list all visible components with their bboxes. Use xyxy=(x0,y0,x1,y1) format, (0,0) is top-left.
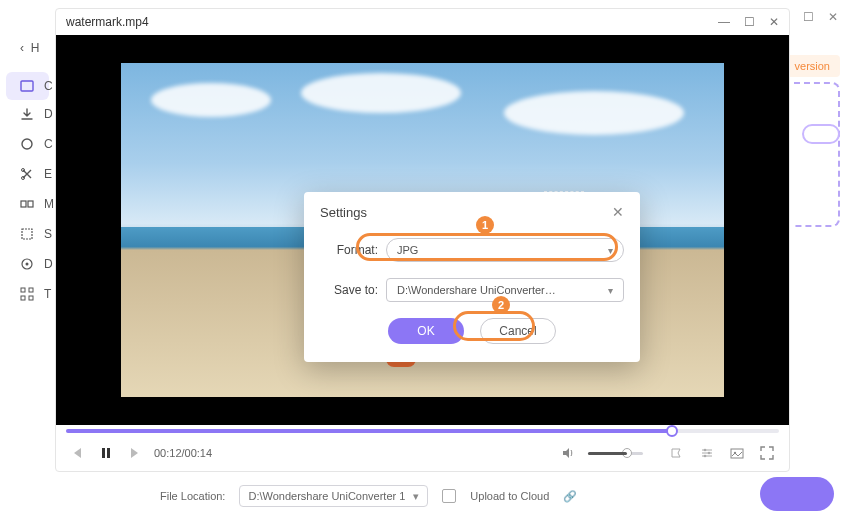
snapshot-icon[interactable] xyxy=(729,445,745,461)
player-close-icon[interactable]: ✕ xyxy=(769,15,779,29)
annotation-badge-2: 2 xyxy=(492,296,510,314)
svg-point-15 xyxy=(704,449,707,452)
sidebar-item-label: T xyxy=(44,287,51,301)
version-badge: version xyxy=(785,55,840,77)
sidebar-item-toolbox[interactable]: T xyxy=(0,280,55,308)
dialog-title: Settings xyxy=(320,205,367,220)
bottom-bar: File Location: D:\Wondershare UniConvert… xyxy=(160,483,830,509)
svg-rect-10 xyxy=(29,288,33,292)
ok-button[interactable]: OK xyxy=(388,318,464,344)
svg-rect-5 xyxy=(28,201,33,207)
svg-point-8 xyxy=(26,263,29,266)
chevron-left-icon: ‹ xyxy=(20,41,24,55)
volume-knob[interactable] xyxy=(622,448,632,458)
format-row: Format: JPG ▾ xyxy=(320,238,624,262)
open-folder-icon[interactable] xyxy=(442,489,456,503)
format-value: JPG xyxy=(397,244,418,256)
svg-point-1 xyxy=(22,139,32,149)
file-location-label: File Location: xyxy=(160,490,225,502)
svg-rect-11 xyxy=(21,296,25,300)
svg-rect-14 xyxy=(107,448,110,458)
start-button-fragment[interactable] xyxy=(760,477,834,511)
cancel-button[interactable]: Cancel xyxy=(480,318,556,344)
pause-button[interactable] xyxy=(98,445,114,461)
sidebar-item-label: D xyxy=(44,257,53,271)
settings-dialog: Settings ✕ Format: JPG ▾ Save to: D:\Won… xyxy=(304,192,640,362)
chevron-down-icon: ▾ xyxy=(608,285,613,296)
sidebar: ‹ H C D C E M S D T xyxy=(0,30,55,310)
settings-slider-icon[interactable] xyxy=(699,445,715,461)
sidebar-item-download[interactable]: D xyxy=(0,100,55,128)
screen-icon xyxy=(20,227,34,241)
sidebar-item-compress[interactable]: C xyxy=(0,130,55,158)
svg-rect-12 xyxy=(29,296,33,300)
sidebar-item-label: C xyxy=(44,79,53,93)
merge-icon xyxy=(20,197,34,211)
file-location-value: D:\Wondershare UniConverter 1 xyxy=(248,490,405,502)
back-button[interactable]: ‹ H xyxy=(0,36,55,60)
chevron-down-icon: ▾ xyxy=(413,490,419,503)
svg-rect-4 xyxy=(21,201,26,207)
annotation-badge-1: 1 xyxy=(476,216,494,234)
sidebar-item-label: M xyxy=(44,197,54,211)
progress-knob[interactable] xyxy=(666,425,678,437)
svg-rect-0 xyxy=(21,81,33,91)
save-to-row: Save to: D:\Wondershare UniConverter 14\… xyxy=(320,278,624,302)
svg-rect-9 xyxy=(21,288,25,292)
player-window: watermark.mp4 — ☐ ✕ Settings ✕ Format: J… xyxy=(55,8,790,472)
svg-point-16 xyxy=(708,452,711,455)
disc-icon xyxy=(20,257,34,271)
next-button[interactable] xyxy=(126,445,142,461)
volume-slider[interactable] xyxy=(588,452,643,455)
sidebar-item-label: C xyxy=(44,137,53,151)
player-maximize-icon[interactable]: ☐ xyxy=(744,15,755,29)
timecode: 00:12/00:14 xyxy=(154,447,212,459)
outer-close-icon[interactable]: ✕ xyxy=(828,10,838,24)
sidebar-item-edit[interactable]: E xyxy=(0,160,55,188)
compress-icon xyxy=(20,137,34,151)
prev-button[interactable] xyxy=(70,445,86,461)
sidebar-item-disc[interactable]: D xyxy=(0,250,55,278)
save-to-value: D:\Wondershare UniConverter 14\Snapshot xyxy=(397,284,557,296)
svg-rect-13 xyxy=(102,448,105,458)
speed-icon[interactable] xyxy=(669,445,685,461)
player-titlebar: watermark.mp4 — ☐ ✕ xyxy=(56,9,789,35)
save-to-label: Save to: xyxy=(320,283,378,297)
sidebar-item-label: E xyxy=(44,167,52,181)
right-panel-fragment xyxy=(794,82,840,227)
sidebar-item-screen[interactable]: S xyxy=(0,220,55,248)
right-panel-pill xyxy=(802,124,840,144)
svg-rect-6 xyxy=(22,229,32,239)
svg-point-17 xyxy=(704,455,707,458)
download-icon xyxy=(20,107,34,121)
upload-to-cloud-label: Upload to Cloud xyxy=(470,490,549,502)
outer-maximize-icon[interactable]: ☐ xyxy=(803,10,814,24)
player-title: watermark.mp4 xyxy=(66,15,149,29)
player-minimize-icon[interactable]: — xyxy=(718,15,730,29)
home-label: H xyxy=(31,41,40,55)
dialog-close-icon[interactable]: ✕ xyxy=(612,204,624,220)
link-icon[interactable]: 🔗 xyxy=(563,490,577,503)
format-label: Format: xyxy=(320,243,378,257)
sidebar-item-label: D xyxy=(44,107,53,121)
player-window-controls: — ☐ ✕ xyxy=(718,15,779,29)
sidebar-item-label: S xyxy=(44,227,52,241)
fullscreen-icon[interactable] xyxy=(759,445,775,461)
file-location-select[interactable]: D:\Wondershare UniConverter 1 ▾ xyxy=(239,485,428,507)
volume-icon[interactable] xyxy=(560,445,576,461)
convert-icon xyxy=(20,79,34,93)
sidebar-item-merge[interactable]: M xyxy=(0,190,55,218)
scissors-icon xyxy=(20,167,34,181)
player-controls: 00:12/00:14 xyxy=(56,435,789,471)
sidebar-item-convert[interactable]: C xyxy=(6,72,49,100)
format-select[interactable]: JPG ▾ xyxy=(386,238,624,262)
chevron-down-icon: ▾ xyxy=(608,245,613,256)
video-area: Settings ✕ Format: JPG ▾ Save to: D:\Won… xyxy=(56,35,789,425)
toolbox-icon xyxy=(20,287,34,301)
